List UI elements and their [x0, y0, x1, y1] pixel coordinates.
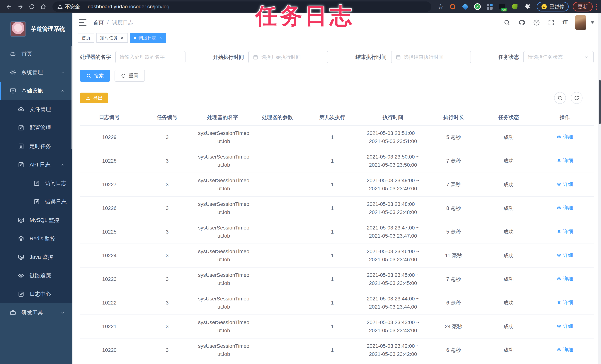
cell-status: 成功	[481, 173, 536, 196]
close-icon[interactable]	[159, 36, 163, 40]
detail-link[interactable]: 详细	[556, 133, 573, 141]
cell-log-id: 10223	[80, 267, 139, 291]
cell-job-id: 3	[139, 338, 195, 362]
sidebar-item-4[interactable]: 配置管理	[0, 119, 72, 137]
browser-menu-icon[interactable]	[596, 4, 597, 10]
extension-icon-grid[interactable]	[486, 3, 493, 10]
edit-icon	[18, 291, 24, 297]
extension-icon-puzzle[interactable]	[524, 3, 531, 10]
tab-1[interactable]: 定时任务	[96, 33, 128, 43]
tab-2[interactable]: 调度日志	[130, 33, 166, 43]
cell-handler-param	[250, 244, 305, 267]
download-icon	[85, 95, 90, 101]
sidebar-item-3[interactable]: 文件管理	[0, 100, 72, 119]
sidebar-item-12[interactable]: 链路追踪	[0, 266, 72, 285]
cell-log-id: 10229	[80, 125, 139, 149]
detail-link[interactable]: 详细	[556, 227, 573, 236]
sidebar-item-label: 访问日志	[45, 180, 67, 187]
cell-exec-time: 2021-05-03 23:51:00 ~2021-05-03 23:51:00	[360, 125, 426, 149]
handler-label: 处理器的名字	[80, 54, 111, 61]
sidebar-item-10[interactable]: Redis 监控	[0, 230, 72, 248]
table-row: 102293sysUserSessionTimeoutJob12021-05-0…	[80, 125, 594, 149]
cell-exec-time: 2021-05-03 23:42:00 ~2021-05-03 23:42:00	[360, 338, 426, 362]
start-time-input[interactable]	[261, 54, 324, 60]
status-select[interactable]: 请选择任务状态	[523, 51, 594, 63]
home-icon[interactable]	[39, 2, 48, 11]
sidebar-item-11[interactable]: Java 监控	[0, 248, 72, 266]
hamburger-icon[interactable]	[79, 20, 86, 26]
breadcrumb-home[interactable]: 首页	[93, 19, 104, 26]
detail-link[interactable]: 详细	[556, 346, 573, 354]
search-icon	[86, 73, 91, 78]
reset-button[interactable]: 重置	[115, 70, 145, 82]
sidebar-item-8[interactable]: 错误日志	[0, 192, 72, 211]
sidebar-item-7[interactable]: 访问日志	[0, 174, 72, 192]
extension-icon-check[interactable]: ✓	[474, 3, 481, 10]
cell-exec-time: 2021-05-03 23:44:00 ~2021-05-03 23:44:00	[360, 291, 426, 315]
back-icon[interactable]	[4, 2, 14, 11]
detail-link[interactable]: 详细	[556, 298, 573, 306]
tab-0[interactable]: 首页	[78, 33, 94, 43]
cell-exec-time: 2021-05-03 23:48:00 ~2021-05-03 23:48:00	[360, 196, 426, 220]
search-button[interactable]: 搜索	[80, 70, 110, 82]
help-icon[interactable]	[533, 19, 540, 26]
fullscreen-icon[interactable]	[548, 19, 555, 26]
cell-handler-param	[250, 196, 305, 220]
refresh-table-button[interactable]	[571, 92, 582, 104]
github-icon[interactable]	[518, 19, 525, 26]
toggle-search-button[interactable]	[554, 92, 566, 104]
paused-extension-pill[interactable]: 已暂停	[537, 2, 569, 11]
sidebar-item-0[interactable]: 首页	[0, 45, 72, 63]
sidebar-item-5[interactable]: 定时任务	[0, 137, 72, 156]
sidebar-item-1[interactable]: 系统管理	[0, 63, 72, 82]
reload-icon[interactable]	[27, 2, 37, 11]
cell-handler-param	[250, 220, 305, 244]
update-button[interactable]: 更新	[573, 2, 593, 11]
user-avatar[interactable]	[575, 15, 586, 30]
search-icon[interactable]	[503, 19, 511, 26]
sidebar-item-13[interactable]: 日志中心	[0, 285, 72, 303]
extension-on-badge: on	[501, 8, 507, 11]
extension-icon-dark[interactable]: on	[499, 3, 506, 10]
page-scrollbar[interactable]	[598, 13, 601, 364]
scrollbar-thumb[interactable]	[599, 80, 601, 124]
cell-actions: 详细	[536, 196, 594, 220]
sidebar-item-9[interactable]: MySQL 监控	[0, 211, 72, 230]
cell-handler-param	[250, 149, 305, 173]
end-time-input[interactable]	[404, 54, 467, 60]
sidebar-item-14[interactable]: 研发工具	[0, 303, 72, 322]
cell-handler-param	[250, 267, 305, 291]
edit-icon	[18, 162, 24, 168]
detail-link[interactable]: 详细	[556, 275, 573, 283]
export-button[interactable]: 导出	[80, 92, 108, 103]
app-layout: 芋道管理系统 首页系统管理基础设施文件管理配置管理定时任务API 日志访问日志错…	[0, 13, 601, 364]
detail-link[interactable]: 详细	[556, 251, 573, 259]
cell-handler-name: sysUserSessionTimeoutJob	[195, 149, 250, 173]
cell-handler-name: sysUserSessionTimeoutJob	[195, 125, 250, 149]
close-icon[interactable]	[120, 36, 124, 40]
detail-link[interactable]: 详细	[556, 180, 573, 188]
forward-icon[interactable]	[16, 2, 25, 11]
sidebar-scrollbar[interactable]	[71, 46, 72, 149]
cell-actions: 详细	[536, 267, 594, 291]
detail-link[interactable]: 详细	[556, 156, 573, 165]
column-header-1: 任务编号	[139, 109, 195, 125]
detail-link[interactable]: 详细	[556, 322, 573, 330]
sidebar-item-6[interactable]: API 日志	[0, 156, 72, 174]
cell-handler-name: sysUserSessionTimeoutJob	[195, 267, 250, 291]
sidebar-item-2[interactable]: 基础设施	[0, 82, 72, 100]
cell-exec-index: 1	[305, 125, 360, 149]
detail-link[interactable]: 详细	[556, 204, 573, 212]
start-time-label: 开始执行时间	[213, 54, 244, 61]
handler-input[interactable]	[120, 54, 181, 60]
bookmark-star-icon[interactable]: ☆	[438, 3, 444, 10]
logo-row[interactable]: 芋道管理系统	[0, 13, 72, 45]
font-size-icon[interactable]: tT	[562, 19, 567, 26]
cell-status: 成功	[481, 338, 536, 362]
address-bar[interactable]: 不安全 dashboard.yudao.iocoder.cn /job/log	[52, 1, 431, 12]
user-menu-caret-icon[interactable]	[591, 21, 594, 24]
extension-icon-gem[interactable]	[461, 3, 469, 10]
extension-icon-leaf[interactable]	[511, 3, 518, 10]
extension-icon-ring[interactable]	[449, 3, 456, 10]
paused-label: 已暂停	[550, 3, 564, 10]
